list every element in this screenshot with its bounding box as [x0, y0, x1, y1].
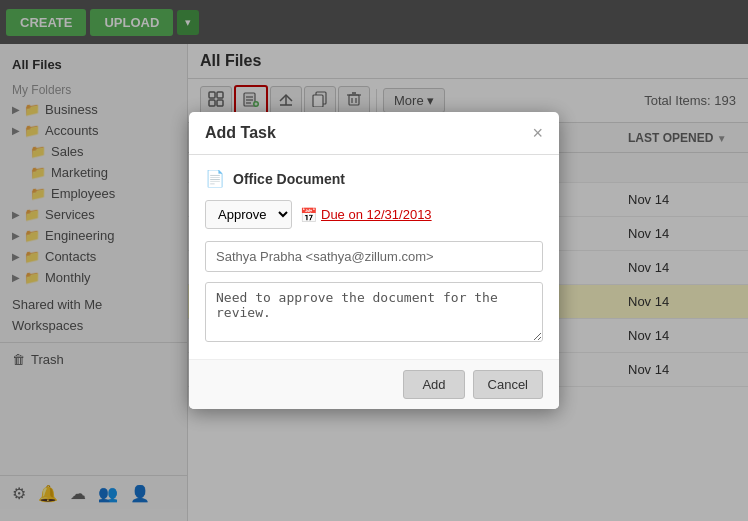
dialog-file-row: 📄 Office Document	[205, 169, 543, 188]
dialog-close-button[interactable]: ×	[532, 124, 543, 142]
note-textarea[interactable]: Need to approve the document for the rev…	[205, 282, 543, 342]
modal-overlay: Add Task × 📄 Office Document Approve 📅 D…	[0, 0, 748, 521]
due-date-display: 📅 Due on 12/31/2013	[300, 207, 432, 223]
dialog-file-name: Office Document	[233, 171, 345, 187]
cancel-button[interactable]: Cancel	[473, 370, 543, 399]
due-date-label: Due on 12/31/2013	[321, 207, 432, 222]
dialog-footer: Add Cancel	[189, 359, 559, 409]
assignee-input[interactable]	[205, 241, 543, 272]
dialog-header: Add Task ×	[189, 112, 559, 155]
add-task-submit-button[interactable]: Add	[403, 370, 464, 399]
task-type-select[interactable]: Approve	[205, 200, 292, 229]
add-task-dialog: Add Task × 📄 Office Document Approve 📅 D…	[189, 112, 559, 409]
calendar-icon: 📅	[300, 207, 317, 223]
dialog-task-row: Approve 📅 Due on 12/31/2013	[205, 200, 543, 229]
dialog-file-icon: 📄	[205, 169, 225, 188]
dialog-title: Add Task	[205, 124, 276, 142]
dialog-body: 📄 Office Document Approve 📅 Due on 12/31…	[189, 155, 559, 359]
